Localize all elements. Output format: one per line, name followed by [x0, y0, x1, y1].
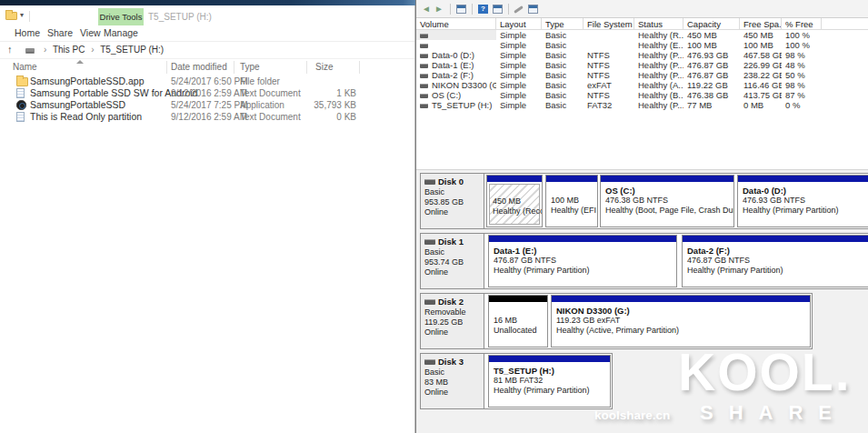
column-header-type[interactable]: Type [542, 18, 584, 30]
tool-icon[interactable] [514, 5, 524, 14]
breadcrumb: › This PC › T5_SETUP (H:) [40, 45, 164, 55]
volume-type: Basic [542, 80, 584, 90]
column-header-file-system[interactable]: File System [584, 18, 634, 30]
partition-data-1[interactable]: Data-1 (E:) 476.87 GB NTFS Healthy (Prim… [488, 235, 677, 287]
disk-row: Disk 3 Basic 83 MB Online T5_SETUP (H:) … [420, 353, 613, 409]
volume-capacity: 119.22 GB [683, 80, 740, 90]
column-header-name[interactable]: Name [13, 62, 37, 72]
drive-icon [25, 48, 35, 54]
volume-row[interactable]: T5_SETUP (H:) Simple Basic FAT32 Healthy… [416, 100, 868, 110]
volume-capacity: 476.93 GB [683, 50, 740, 60]
tab-share[interactable]: Share [47, 26, 73, 40]
text-file-icon [16, 112, 25, 122]
up-arrow-icon[interactable]: ↑ [7, 44, 13, 55]
file-row[interactable]: This is Read Only partition 9/12/2016 2:… [0, 111, 414, 123]
volume-layout: Simple [496, 100, 542, 110]
disk-label[interactable]: Disk 3 Basic 83 MB Online [421, 354, 484, 408]
disk-label[interactable]: Disk 2 Removable 119.25 GB Online [421, 294, 484, 348]
disk-label[interactable]: Disk 0 Basic 953.85 GB Online [421, 174, 484, 228]
volume-row[interactable]: NIKON D3300 (G:) Simple Basic exFAT Heal… [416, 80, 868, 90]
disk-size: 953.85 GB [424, 197, 484, 207]
volume-layout: Simple [496, 60, 542, 70]
partition-status: Healthy (Primary Partition) [494, 266, 676, 276]
file-type: Application [240, 100, 284, 110]
volume-row[interactable]: Data-1 (E:) Simple Basic NTFS Healthy (P… [416, 60, 868, 70]
disk-icon [424, 299, 435, 305]
tab-manage[interactable]: Manage [104, 26, 138, 40]
partition-size: 450 MB [493, 196, 539, 206]
forward-arrow-icon[interactable]: ► [434, 4, 444, 14]
volume-fs: NTFS [584, 50, 634, 60]
disk-type: Removable [424, 307, 484, 317]
volume-row[interactable]: Simple Basic Healthy (R... 450 MB 450 MB… [416, 30, 868, 40]
folder-icon[interactable] [5, 12, 17, 20]
file-name[interactable]: SamsungPortableSSD [30, 99, 125, 110]
volume-free: 450 MB [740, 30, 782, 40]
volume-type: Basic [542, 90, 584, 100]
volume-pct-free: 0 % [782, 100, 822, 110]
partition-recovery[interactable]: 450 MB Healthy (Recover [486, 175, 543, 227]
column-header-pct-free[interactable]: % Free [782, 18, 822, 30]
partition-label: Data-0 (D:) [743, 186, 868, 196]
column-header-size[interactable]: Size [315, 62, 333, 72]
disk-label[interactable]: Disk 1 Basic 953.74 GB Online [421, 234, 484, 288]
partition-data-2[interactable]: Data-2 (F:) 476.87 GB NTFS Healthy (Prim… [682, 235, 868, 287]
partition-os-c[interactable]: OS (C:) 476.38 GB NTFS Healthy (Boot, Pa… [600, 175, 734, 227]
volume-row[interactable]: OS (C:) Simple Basic NTFS Healthy (B... … [416, 90, 868, 100]
column-header-volume[interactable]: Volume [416, 18, 496, 30]
partition-label: T5_SETUP (H:) [494, 366, 610, 376]
column-header-type[interactable]: Type [240, 62, 260, 72]
volume-status: Healthy (P... [634, 60, 683, 70]
file-row[interactable]: SamsungPortableSSD.app 5/24/2017 6:50 PM… [0, 76, 414, 87]
volume-row[interactable]: Data-2 (F:) Simple Basic NTFS Healthy (P… [416, 70, 868, 80]
column-header-free-space[interactable]: Free Spa... [740, 18, 782, 30]
file-row[interactable]: Samsung Portable SSD SW for Android 9/12… [0, 87, 414, 99]
divider [29, 11, 30, 22]
partition-data-0[interactable]: Data-0 (D:) 476.93 GB NTFS Healthy (Prim… [737, 175, 868, 227]
volume-icon [420, 64, 428, 68]
column-header-date-modified[interactable]: Date modified [171, 62, 227, 72]
window-icon[interactable] [528, 5, 538, 14]
partition-unallocated[interactable]: 16 MB Unallocated [488, 295, 548, 347]
file-name[interactable]: SamsungPortableSSD.app [30, 76, 145, 86]
breadcrumb-current-folder[interactable]: T5_SETUP (H:) [100, 45, 164, 55]
back-arrow-icon[interactable]: ◄ [422, 4, 431, 14]
column-header-status[interactable]: Status [634, 18, 683, 30]
volume-fs: FAT32 [584, 100, 634, 110]
volume-fs: NTFS [584, 90, 634, 100]
volume-status: Healthy (P... [634, 100, 683, 110]
column-divider[interactable] [166, 61, 167, 74]
column-header-capacity[interactable]: Capacity [683, 18, 740, 30]
tab-view[interactable]: View [80, 26, 101, 40]
breadcrumb-this-pc[interactable]: This PC [53, 45, 85, 55]
disk-status: Online [424, 388, 484, 398]
column-divider[interactable] [306, 61, 307, 74]
tab-home[interactable]: Home [15, 26, 40, 40]
file-date: 5/24/2017 6:50 PM [171, 76, 248, 86]
volume-fs: exFAT [584, 80, 634, 90]
disk-icon [424, 239, 435, 245]
volume-row[interactable]: Simple Basic Healthy (E... 100 MB 100 MB… [416, 40, 868, 50]
file-name[interactable]: This is Read Only partition [30, 111, 142, 122]
volume-pct-free: 48 % [782, 60, 822, 70]
drive-tools-contextual-tab[interactable]: Drive Tools [98, 8, 144, 25]
column-divider[interactable] [359, 61, 360, 74]
help-icon[interactable]: ? [478, 5, 488, 14]
window-icon[interactable] [493, 5, 503, 14]
partition-efi[interactable]: 100 MB Healthy (EFI [545, 175, 598, 227]
volume-status: Healthy (P... [634, 50, 683, 60]
disk-type: Basic [424, 247, 484, 257]
column-header-layout[interactable]: Layout [496, 18, 542, 30]
chevron-down-icon[interactable]: ▾ [20, 11, 24, 19]
file-row[interactable]: SamsungPortableSSD 5/24/2017 7:25 PM App… [0, 99, 414, 111]
partition-color-strip [552, 296, 810, 302]
column-divider[interactable] [234, 61, 234, 74]
volume-row[interactable]: Data-0 (D:) Simple Basic NTFS Healthy (P… [416, 50, 868, 60]
partition-nikon[interactable]: NIKON D3300 (G:) 119.23 GB exFAT Healthy… [551, 295, 811, 347]
folder-icon [16, 77, 28, 86]
file-date: 9/12/2016 2:59 AM [171, 112, 247, 122]
partition-size: 476.93 GB NTFS [743, 196, 868, 206]
window-icon[interactable] [456, 5, 466, 14]
partition-t5-setup[interactable]: T5_SETUP (H:) 81 MB FAT32 Healthy (Prima… [488, 355, 611, 408]
disk-row: Disk 0 Basic 953.85 GB Online 450 MB Hea… [420, 173, 868, 229]
